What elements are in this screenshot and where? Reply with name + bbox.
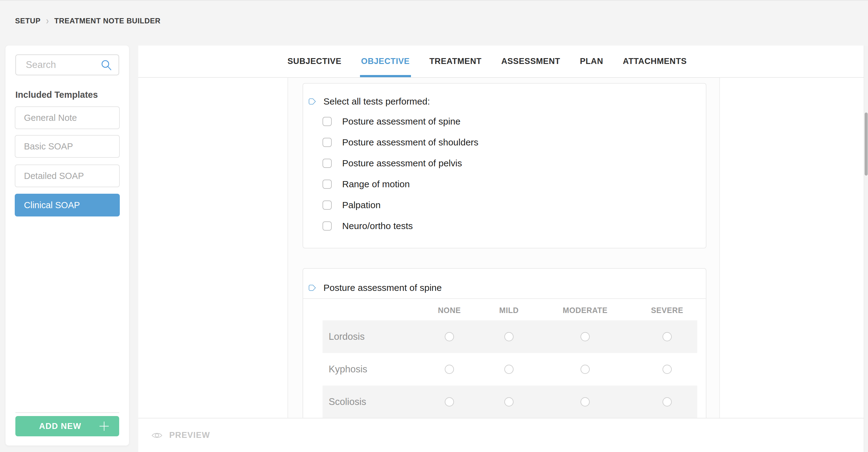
option-row: Posture assessment of shoulders <box>322 138 478 147</box>
checkbox-posture-assessment-of-spine[interactable] <box>322 117 332 126</box>
option-row: Range of motion <box>322 179 410 189</box>
template-label: Basic SOAP <box>24 141 73 151</box>
tab-label: TREATMENT <box>429 57 482 66</box>
add-new-button[interactable]: ADD NEW <box>16 416 119 436</box>
tab-subjective[interactable]: SUBJECTIVE <box>287 46 342 77</box>
question-title: Posture assessment of spine <box>323 283 442 293</box>
checkbox-neuro-ortho-tests[interactable] <box>322 221 332 231</box>
radio-scoliosis-none[interactable] <box>445 397 454 406</box>
checkbox-palpation[interactable] <box>322 200 332 210</box>
template-label: General Note <box>24 113 77 123</box>
search-icon[interactable] <box>101 59 112 71</box>
builder-canvas: Select all tests performed: Posture asse… <box>138 78 864 418</box>
radio-kyphosis-severe[interactable] <box>662 365 672 374</box>
question-title-row: Posture assessment of spine <box>308 283 442 293</box>
chevron-right-icon: › <box>46 15 49 27</box>
add-new-label: ADD NEW <box>39 422 81 431</box>
template-item-clinical-soap[interactable]: Clinical SOAP <box>15 194 120 217</box>
breadcrumb: SETUP › TREATMENT NOTE BUILDER <box>15 16 161 26</box>
builder-footer: PREVIEW <box>138 418 864 452</box>
template-item-general-note[interactable]: General Note <box>15 106 120 129</box>
preview-label: PREVIEW <box>169 430 210 440</box>
checkbox-posture-assessment-of-shoulders[interactable] <box>322 138 332 147</box>
tab-label: ASSESSMENT <box>501 57 560 66</box>
table-row-kyphosis: Kyphosis <box>322 353 697 386</box>
option-label: Neuro/ortho tests <box>342 221 413 231</box>
column-header-mild: MILD <box>499 306 519 315</box>
table-row-scoliosis: Scoliosis <box>322 386 697 418</box>
question-title-row: Select all tests performed: <box>308 96 430 107</box>
radio-kyphosis-mild[interactable] <box>504 365 514 374</box>
column-header-none: NONE <box>438 306 461 315</box>
row-label: Scoliosis <box>329 396 366 407</box>
tag-icon <box>308 284 316 291</box>
template-item-basic-soap[interactable]: Basic SOAP <box>15 135 120 158</box>
breadcrumb-setup[interactable]: SETUP <box>15 17 40 25</box>
option-label: Posture assessment of pelvis <box>342 158 462 169</box>
radio-lordosis-severe[interactable] <box>662 332 672 341</box>
row-label: Lordosis <box>329 331 365 342</box>
preview-button[interactable]: PREVIEW <box>151 419 210 452</box>
templates-sidebar: Included Templates General Note Basic SO… <box>5 46 129 446</box>
tab-label: PLAN <box>580 57 603 66</box>
scrollbar-thumb[interactable] <box>865 113 868 176</box>
option-label: Range of motion <box>342 179 410 190</box>
template-item-detailed-soap[interactable]: Detailed SOAP <box>15 165 120 187</box>
row-label: Kyphosis <box>329 364 367 375</box>
note-builder-panel: SUBJECTIVE OBJECTIVE TREATMENT ASSESSMEN… <box>138 46 864 452</box>
tag-icon <box>308 98 316 105</box>
template-label: Detailed SOAP <box>24 171 84 181</box>
active-tab-underline <box>360 75 411 77</box>
checkbox-range-of-motion[interactable] <box>322 179 332 189</box>
question-card-posture-spine[interactable]: Posture assessment of spine NONE MILD MO… <box>303 268 707 418</box>
question-title: Select all tests performed: <box>323 96 430 107</box>
radio-kyphosis-none[interactable] <box>445 365 454 374</box>
option-label: Posture assessment of shoulders <box>342 137 478 148</box>
radio-lordosis-none[interactable] <box>445 332 454 341</box>
card-divider <box>303 298 706 299</box>
tab-attachments[interactable]: ATTACHMENTS <box>623 46 687 77</box>
breadcrumb-page-title: TREATMENT NOTE BUILDER <box>54 17 161 25</box>
radio-scoliosis-severe[interactable] <box>662 397 672 406</box>
tab-assessment[interactable]: ASSESSMENT <box>501 46 560 77</box>
tab-objective[interactable]: OBJECTIVE <box>361 46 410 77</box>
radio-scoliosis-mild[interactable] <box>504 397 514 406</box>
option-label: Palpation <box>342 200 380 210</box>
canvas-right-divider <box>719 78 720 418</box>
radio-scoliosis-moderate[interactable] <box>581 397 590 406</box>
tab-plan[interactable]: PLAN <box>580 46 603 77</box>
canvas-left-divider <box>287 78 288 418</box>
question-card-select-tests[interactable]: Select all tests performed: Posture asse… <box>303 83 707 249</box>
table-row-lordosis: Lordosis <box>322 320 697 353</box>
plus-icon <box>99 421 110 431</box>
checkbox-posture-assessment-of-pelvis[interactable] <box>322 159 332 168</box>
radio-lordosis-moderate[interactable] <box>581 332 590 341</box>
option-row: Posture assessment of pelvis <box>322 159 462 168</box>
column-header-severe: SEVERE <box>651 306 683 315</box>
tab-label: ATTACHMENTS <box>623 57 687 66</box>
radio-kyphosis-moderate[interactable] <box>581 365 590 374</box>
template-label: Clinical SOAP <box>24 200 80 210</box>
included-templates-heading: Included Templates <box>16 90 98 100</box>
section-tabs: SUBJECTIVE OBJECTIVE TREATMENT ASSESSMEN… <box>287 46 687 77</box>
column-header-moderate: MODERATE <box>563 306 608 315</box>
eye-icon <box>151 432 162 439</box>
option-row: Posture assessment of spine <box>322 117 460 126</box>
search-box <box>16 54 119 75</box>
section-tabbar: SUBJECTIVE OBJECTIVE TREATMENT ASSESSMEN… <box>138 46 864 78</box>
option-row: Palpation <box>322 200 380 210</box>
tab-label: SUBJECTIVE <box>287 57 342 66</box>
tab-treatment[interactable]: TREATMENT <box>429 46 482 77</box>
option-row: Neuro/ortho tests <box>322 221 413 231</box>
radio-lordosis-mild[interactable] <box>504 332 514 341</box>
sidebar-divider <box>16 412 119 413</box>
scrollbar-track[interactable] <box>864 46 868 452</box>
option-label: Posture assessment of spine <box>342 116 460 127</box>
top-edge-divider <box>0 0 868 1</box>
tab-label: OBJECTIVE <box>361 57 410 66</box>
